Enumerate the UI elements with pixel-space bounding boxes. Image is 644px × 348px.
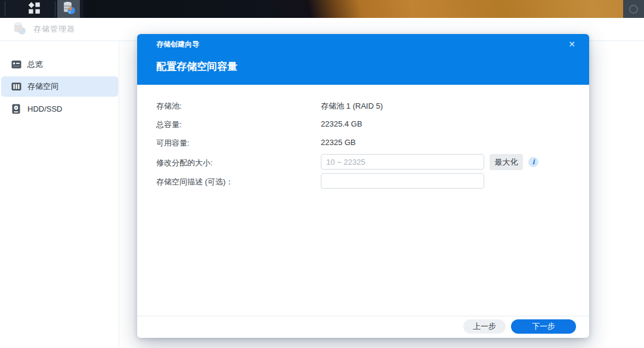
storage-creation-wizard-dialog: 存储创建向导 ✕ 配置存储空间容量 存储池: 存储池 1 (RAID 5) 总容… — [137, 34, 589, 338]
footer-divider — [137, 316, 589, 316]
maximize-button[interactable]: 最大化 — [490, 154, 523, 170]
sidebar-item-label: 总览 — [27, 59, 43, 70]
tray-circle-icon — [629, 5, 638, 14]
dialog-title: 存储创建向导 — [156, 39, 199, 50]
next-button[interactable]: 下一步 — [511, 319, 576, 334]
available-capacity-value: 22325 GB — [321, 138, 356, 147]
grid-apps-icon — [28, 2, 41, 17]
allocated-size-input[interactable] — [321, 154, 484, 170]
storage-pool-label: 存储池: — [156, 101, 182, 112]
app-window-title: 存储管理器 — [33, 24, 75, 35]
sidebar-item-hdd-ssd[interactable]: HDD/SSD — [1, 98, 118, 119]
close-icon[interactable]: ✕ — [565, 38, 578, 51]
sidebar: 总览 存储空间 HDD/SSD — [0, 42, 119, 348]
sidebar-item-label: HDD/SSD — [27, 104, 63, 113]
sidebar-item-label: 存储空间 — [27, 81, 58, 92]
storage-manager-app-icon — [12, 21, 26, 38]
sidebar-item-overview[interactable]: 总览 — [1, 54, 118, 75]
info-icon[interactable]: i — [528, 157, 538, 167]
total-capacity-value: 22325.4 GB — [321, 119, 362, 128]
main-menu-button[interactable] — [20, 0, 48, 18]
screen: 存储管理器 总览 存储 — [0, 0, 644, 348]
overview-icon — [11, 59, 21, 70]
total-capacity-label: 总容量: — [156, 119, 182, 130]
storage-pool-value: 存储池 1 (RAID 5) — [321, 101, 383, 112]
dialog-step-heading: 配置存储空间容量 — [156, 60, 237, 73]
description-input[interactable] — [321, 173, 484, 189]
allocated-size-label: 修改分配的大小: — [156, 158, 213, 168]
dialog-header: 存储创建向导 ✕ 配置存储空间容量 — [137, 34, 589, 85]
storage-manager-taskbar-button[interactable] — [57, 0, 80, 18]
volume-icon — [11, 81, 21, 92]
taskbar-separator — [55, 1, 55, 17]
sidebar-item-storage-space[interactable]: 存储空间 — [1, 76, 118, 97]
description-label: 存储空间描述 (可选)： — [156, 177, 233, 187]
taskbar — [0, 0, 644, 18]
back-button[interactable]: 上一步 — [463, 319, 506, 334]
available-capacity-label: 可用容量: — [156, 138, 190, 149]
storage-manager-icon — [61, 1, 76, 17]
drive-icon — [11, 103, 21, 114]
system-tray[interactable] — [623, 0, 644, 18]
taskbar-separator — [5, 1, 5, 17]
